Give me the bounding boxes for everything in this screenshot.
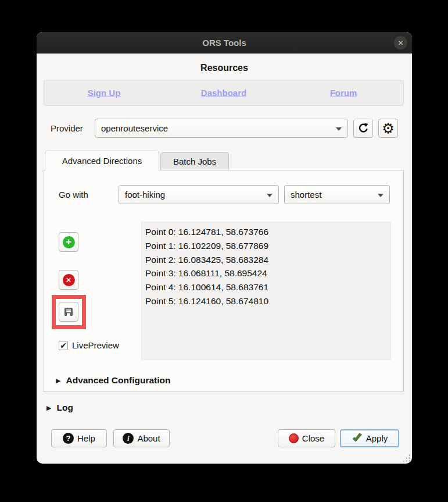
ors-tools-dialog: ORS Tools ✕ Resources Sign Up Dashboard …: [37, 32, 412, 464]
close-icon: ✕: [397, 39, 403, 47]
apply-button[interactable]: Apply: [340, 429, 399, 447]
tab-label: Batch Jobs: [173, 156, 216, 166]
remove-waypoint-button[interactable]: ✕: [59, 270, 78, 290]
provider-select[interactable]: openrouteservice: [95, 119, 348, 138]
log-label: Log: [56, 403, 73, 413]
add-icon: +: [63, 236, 75, 248]
help-button[interactable]: ? Help: [51, 429, 107, 447]
about-button-label: About: [137, 433, 160, 443]
help-button-label: Help: [77, 433, 95, 443]
titlebar[interactable]: ORS Tools ✕: [37, 32, 412, 54]
list-item[interactable]: Point 1: 16.102209, 58.677869: [145, 239, 390, 253]
live-preview-label: LivePreview: [72, 340, 119, 350]
chevron-right-icon: ▶: [56, 377, 60, 384]
travel-profile-value: foot-hiking: [125, 190, 165, 200]
save-waypoints-button[interactable]: [59, 302, 78, 322]
about-button[interactable]: i About: [113, 429, 170, 447]
list-item[interactable]: Point 2: 16.083425, 58.683284: [145, 253, 390, 267]
advanced-configuration-expander[interactable]: ▶ Advanced Configuration: [56, 375, 170, 386]
go-with-label: Go with: [59, 190, 88, 200]
log-expander[interactable]: ▶ Log: [46, 403, 73, 413]
provider-settings-button[interactable]: ⚙: [378, 119, 398, 138]
provider-selected-value: openrouteservice: [101, 123, 168, 133]
resources-links-frame: Sign Up Dashboard Forum: [44, 80, 404, 106]
add-waypoint-button[interactable]: +: [59, 232, 78, 252]
route-preference-value: shortest: [291, 190, 321, 200]
provider-label: Provider: [51, 123, 95, 133]
advanced-directions-panel: Go with foot-hiking shortest Point 0: 16…: [44, 170, 404, 392]
chevron-right-icon: ▶: [46, 404, 51, 412]
info-icon: i: [123, 433, 134, 444]
route-preference-select[interactable]: shortest: [284, 185, 390, 204]
waypoint-list[interactable]: Point 0: 16.124781, 58.673766 Point 1: 1…: [141, 222, 391, 360]
link-dashboard[interactable]: Dashboard: [164, 88, 284, 98]
chevron-down-icon: [336, 127, 342, 131]
apply-check-icon: [352, 433, 363, 444]
chevron-down-icon: [267, 194, 273, 197]
help-icon: ?: [63, 433, 74, 444]
link-forum[interactable]: Forum: [284, 88, 403, 98]
chevron-down-icon: [378, 194, 384, 197]
link-sign-up[interactable]: Sign Up: [44, 88, 164, 98]
refresh-icon: [357, 122, 370, 135]
list-item[interactable]: Point 0: 16.124781, 58.673766: [145, 225, 390, 239]
save-icon: [63, 306, 74, 318]
window-close-button[interactable]: ✕: [394, 36, 407, 49]
stop-icon: [289, 433, 299, 443]
advanced-configuration-label: Advanced Configuration: [66, 375, 170, 386]
resize-grip[interactable]: [402, 454, 410, 462]
gear-icon: ⚙: [382, 122, 395, 136]
live-preview-toggle[interactable]: ✔ LivePreview: [59, 340, 119, 350]
close-button-label: Close: [302, 433, 324, 443]
delete-icon: ✕: [63, 274, 75, 286]
travel-profile-select[interactable]: foot-hiking: [119, 185, 279, 204]
tab-label: Advanced Directions: [62, 156, 142, 166]
list-item[interactable]: Point 3: 16.068111, 58.695424: [145, 266, 390, 280]
tab-batch-jobs[interactable]: Batch Jobs: [160, 152, 229, 170]
apply-button-label: Apply: [366, 433, 388, 443]
provider-row: Provider openrouteservice ⚙: [44, 119, 404, 138]
window-title: ORS Tools: [202, 38, 246, 48]
tab-advanced-directions[interactable]: Advanced Directions: [45, 151, 159, 170]
resources-heading: Resources: [37, 63, 412, 73]
list-item[interactable]: Point 4: 16.100614, 58.683761: [145, 280, 390, 294]
close-button[interactable]: Close: [278, 429, 335, 447]
check-icon: ✔: [60, 341, 67, 350]
checkbox-checked-icon[interactable]: ✔: [59, 341, 68, 350]
list-item[interactable]: Point 5: 16.124160, 58.674810: [145, 294, 390, 308]
refresh-providers-button[interactable]: [353, 119, 373, 138]
